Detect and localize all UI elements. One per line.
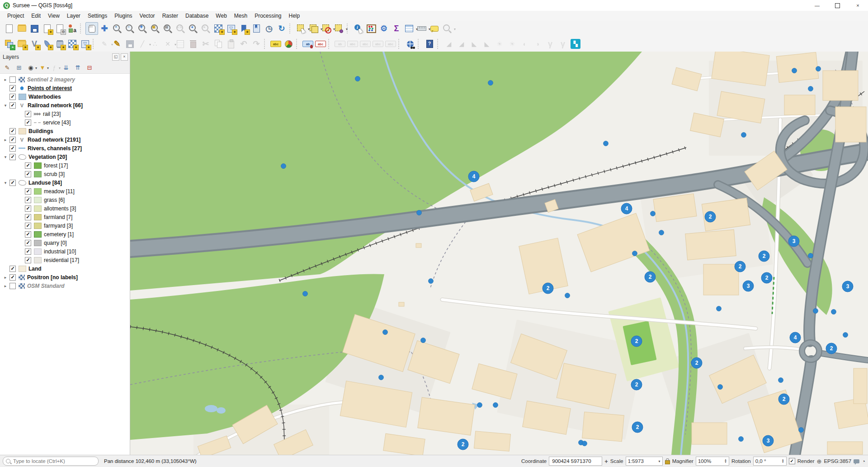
- expand-arrow-icon[interactable]: ▸: [3, 275, 8, 280]
- pin-labels-button[interactable]: ab: [302, 38, 314, 50]
- style-manager-button[interactable]: a: [66, 22, 79, 35]
- zoom-to-layer-button[interactable]: ▤: [161, 22, 174, 35]
- zoom-in-button[interactable]: +: [111, 22, 123, 35]
- menu-item-vector[interactable]: Vector: [136, 12, 159, 20]
- coordinate-field[interactable]: [549, 457, 602, 466]
- select-by-location-button[interactable]: ▾: [333, 22, 345, 35]
- poi-dot[interactable]: [659, 230, 664, 235]
- layer-visibility-checkbox[interactable]: ✓: [9, 274, 16, 281]
- new-shapefile-layer-button[interactable]: V★: [28, 38, 41, 50]
- layer-item-landuse-84[interactable]: ▾✓Landuse [84]: [0, 178, 130, 187]
- spinner-arrows-icon[interactable]: ▲▼: [724, 459, 727, 463]
- menu-item-view[interactable]: View: [44, 12, 63, 20]
- new-raster-layer-button[interactable]: ★: [66, 38, 79, 50]
- layer-visibility-checkbox[interactable]: ✓: [25, 197, 31, 203]
- menu-item-raster[interactable]: Raster: [159, 12, 182, 20]
- menu-item-edit[interactable]: Edit: [28, 12, 44, 20]
- map-canvas[interactable]: 44222322232242223223: [130, 52, 868, 455]
- menu-item-web[interactable]: Web: [212, 12, 230, 20]
- layer-labeling-options-button[interactable]: abc: [269, 38, 282, 50]
- layer-visibility-checkbox[interactable]: ✓: [9, 102, 16, 109]
- locator-box[interactable]: [3, 457, 99, 466]
- render-checkbox[interactable]: ✓: [789, 458, 795, 464]
- poi-dot[interactable]: [813, 309, 818, 314]
- maximize-button[interactable]: [827, 0, 848, 11]
- rotation-spinbox[interactable]: 0,0 ° ▲▼: [753, 457, 787, 466]
- layer-visibility-checkbox[interactable]: ✓: [9, 128, 16, 134]
- layer-visibility-checkbox[interactable]: ✓: [9, 266, 16, 272]
- poi-dot[interactable]: [488, 81, 493, 86]
- float-panel-button[interactable]: ◱: [112, 53, 119, 61]
- layer-item-residential-17[interactable]: ✓residential [17]: [0, 256, 130, 264]
- layer-visibility-checkbox[interactable]: [9, 76, 16, 83]
- layer-item-allotments-3[interactable]: ✓allotments [3]: [0, 204, 130, 213]
- layer-item-grass-6[interactable]: ✓grass [6]: [0, 195, 130, 204]
- layer-item-forest-17[interactable]: ✓forest [17]: [0, 161, 130, 170]
- layer-item-quarry-0[interactable]: ✓quarry [0]: [0, 238, 130, 247]
- poi-dot[interactable]: [808, 253, 813, 258]
- measure-line-button[interactable]: ▾: [415, 22, 428, 35]
- pan-map-to-selection-button[interactable]: ✚: [98, 22, 111, 35]
- lock-scale-icon[interactable]: [665, 460, 670, 464]
- active-plugin-button[interactable]: ▚: [569, 38, 582, 50]
- poi-dot[interactable]: [808, 86, 813, 91]
- layer-item-osm-standard[interactable]: ▸OSM Standard: [0, 281, 130, 290]
- pan-map-button[interactable]: [85, 22, 98, 35]
- poi-dot[interactable]: [355, 76, 360, 81]
- show-layout-manager-button[interactable]: ⚙: [53, 22, 66, 35]
- spinner-arrows-icon[interactable]: ▲▼: [782, 459, 784, 463]
- task-indicator-icon[interactable]: ◔: [862, 458, 865, 465]
- menu-item-mesh[interactable]: Mesh: [231, 12, 251, 20]
- menu-item-database[interactable]: Database: [182, 12, 212, 20]
- layer-visibility-checkbox[interactable]: ✓: [25, 171, 31, 177]
- magnifier-spinbox[interactable]: 100% ▲▼: [696, 457, 729, 466]
- poi-dot[interactable]: [604, 141, 609, 146]
- open-layer-styling-button[interactable]: ✎: [2, 62, 13, 72]
- new-mesh-layer-button[interactable]: ▽★: [79, 38, 91, 50]
- refresh-map-button[interactable]: ↻: [275, 22, 288, 35]
- new-virtual-layer-button[interactable]: ★: [53, 38, 66, 50]
- new-spatial-bookmark-button[interactable]: ★: [237, 22, 250, 35]
- layer-item-buildings[interactable]: ✓Buildings: [0, 127, 130, 135]
- crs-value[interactable]: EPSG:3857: [824, 458, 851, 464]
- new-geopackage-layer-button[interactable]: ★: [15, 38, 28, 50]
- open-field-calculator-button[interactable]: [365, 22, 377, 35]
- menu-item-plugins[interactable]: Plugins: [111, 12, 136, 20]
- layer-visibility-checkbox[interactable]: ✓: [25, 111, 31, 117]
- poi-dot[interactable]: [792, 68, 797, 73]
- select-features-button[interactable]: ▾: [295, 22, 307, 35]
- new-spatialite-layer-button[interactable]: ★: [41, 38, 53, 50]
- layer-item-positron-no-labels[interactable]: ▸✓Positron [no labels]: [0, 273, 130, 281]
- manage-map-themes-button[interactable]: ◉▾: [25, 62, 36, 72]
- collapse-all-button[interactable]: ⇈: [72, 62, 83, 72]
- extents-icon[interactable]: +: [604, 458, 608, 465]
- expand-arrow-icon[interactable]: ▾: [3, 155, 8, 159]
- help-contents-button[interactable]: ?: [423, 38, 436, 50]
- dropdown-caret-icon[interactable]: ▾: [346, 27, 348, 31]
- poi-dot[interactable]: [379, 375, 384, 380]
- layer-item-meadow-11[interactable]: ✓meadow [11]: [0, 187, 130, 195]
- messages-log-icon[interactable]: [854, 459, 859, 463]
- zoom-full-button[interactable]: ✚: [136, 22, 149, 35]
- poi-dot[interactable]: [632, 251, 637, 256]
- poi-dot[interactable]: [651, 211, 656, 216]
- new-print-layout-button[interactable]: ★: [41, 22, 53, 35]
- layer-item-farmland-7[interactable]: ✓farmland [7]: [0, 213, 130, 221]
- layer-visibility-checkbox[interactable]: ✓: [9, 137, 16, 143]
- chevron-down-icon[interactable]: ▾: [659, 459, 660, 463]
- poi-dot[interactable]: [816, 67, 821, 71]
- layer-visibility-checkbox[interactable]: ✓: [25, 214, 31, 220]
- processing-toolbox-button[interactable]: ⚙: [377, 22, 390, 35]
- layer-item-sentinel-2-imagery[interactable]: ▸Sentinel 2 imagery: [0, 75, 130, 84]
- layer-visibility-checkbox[interactable]: ✓: [25, 223, 31, 229]
- layer-visibility-checkbox[interactable]: ✓: [25, 240, 31, 246]
- menu-item-settings[interactable]: Settings: [84, 12, 111, 20]
- save-project-button[interactable]: [28, 22, 41, 35]
- zoom-to-selection-button[interactable]: ▣: [149, 22, 161, 35]
- layer-visibility-checkbox[interactable]: ✓: [9, 94, 16, 100]
- layer-item-railroad-network-66[interactable]: ▾✓VRailroad network [66]: [0, 101, 130, 110]
- poi-dot[interactable]: [421, 338, 426, 343]
- crs-globe-icon[interactable]: ⊕: [817, 458, 822, 465]
- new-map-view-button[interactable]: ★: [212, 22, 225, 35]
- poi-dot[interactable]: [718, 385, 723, 390]
